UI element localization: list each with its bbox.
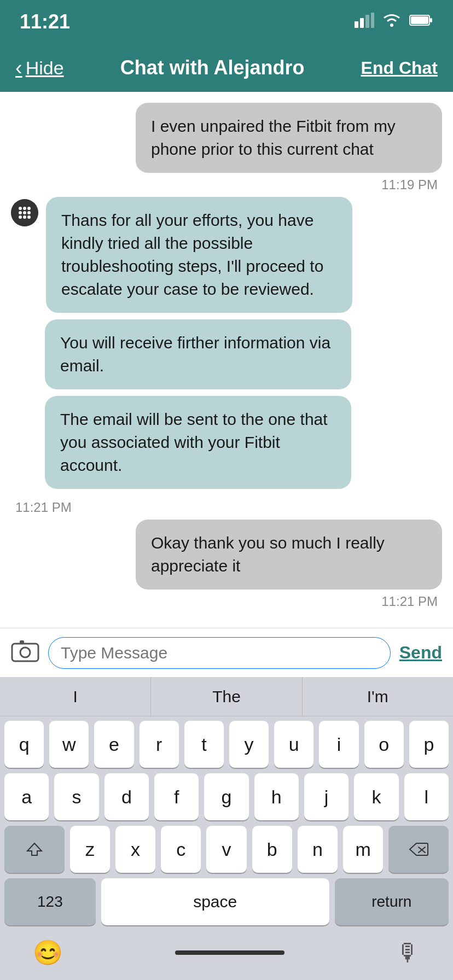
- agent-row-3: The email will be sent to the one that y…: [11, 396, 351, 489]
- agent-bubble-3: The email will be sent to the one that y…: [45, 396, 351, 489]
- user-message-1: I even unpaired the Fitbit from my phone…: [11, 103, 442, 192]
- number-key[interactable]: 123: [4, 878, 96, 925]
- key-e[interactable]: e: [94, 721, 133, 768]
- nav-title: Chat with Alejandro: [64, 56, 361, 79]
- svg-point-14: [27, 211, 31, 214]
- svg-rect-2: [365, 15, 369, 28]
- shift-key[interactable]: [4, 826, 65, 873]
- key-row-2: a s d f g h j k l: [4, 773, 449, 820]
- wifi-icon: [382, 13, 402, 32]
- key-c[interactable]: c: [161, 826, 201, 873]
- predictive-bar: I The I'm: [0, 677, 453, 716]
- key-j[interactable]: j: [304, 773, 349, 820]
- key-l[interactable]: l: [404, 773, 449, 820]
- signal-icon: [355, 13, 374, 32]
- key-d[interactable]: d: [104, 773, 149, 820]
- svg-point-9: [19, 207, 22, 210]
- space-key[interactable]: space: [101, 878, 329, 925]
- home-indicator: [175, 950, 284, 955]
- predictive-item-2[interactable]: The: [151, 677, 302, 716]
- user-bubble-2: Okay thank you so much I really apprecia…: [136, 520, 442, 590]
- agent-message-group: Thans for all your efforts, you have kin…: [11, 197, 442, 515]
- key-row-1: q w e r t y u i o p: [4, 721, 449, 768]
- agent-row-1: Thans for all your efforts, you have kin…: [11, 197, 352, 313]
- key-z[interactable]: z: [70, 826, 110, 873]
- status-bar: 11:21: [0, 0, 453, 44]
- status-icons: [355, 13, 433, 32]
- back-label: Hide: [26, 57, 64, 79]
- key-r[interactable]: r: [140, 721, 179, 768]
- key-s[interactable]: s: [54, 773, 98, 820]
- svg-rect-1: [360, 18, 364, 28]
- user-time-2: 11:21 PM: [381, 594, 438, 609]
- key-p[interactable]: p: [409, 721, 449, 768]
- key-t[interactable]: t: [184, 721, 224, 768]
- key-a[interactable]: a: [4, 773, 49, 820]
- svg-point-10: [23, 207, 26, 210]
- svg-rect-3: [371, 13, 374, 28]
- svg-rect-0: [355, 21, 358, 28]
- user-bubble-1: I even unpaired the Fitbit from my phone…: [136, 103, 442, 173]
- predictive-item-1[interactable]: I: [0, 677, 151, 716]
- agent-bubble-1: Thans for all your efforts, you have kin…: [46, 197, 352, 313]
- key-row-3: z x c v b n m: [4, 826, 449, 873]
- key-k[interactable]: k: [354, 773, 398, 820]
- svg-point-11: [27, 207, 31, 210]
- key-y[interactable]: y: [229, 721, 269, 768]
- key-i[interactable]: i: [319, 721, 358, 768]
- key-m[interactable]: m: [343, 826, 383, 873]
- svg-point-13: [23, 211, 26, 214]
- agent-row-2: You will receive firther information via…: [11, 319, 351, 389]
- svg-rect-18: [12, 644, 38, 661]
- key-row-4: 123 space return: [4, 878, 449, 925]
- keyboard: I The I'm q w e r t y u i o p a s d f g …: [0, 677, 453, 980]
- key-b[interactable]: b: [252, 826, 292, 873]
- key-v[interactable]: v: [206, 826, 246, 873]
- back-arrow-icon: ‹: [15, 56, 22, 80]
- camera-icon[interactable]: [11, 638, 39, 667]
- microphone-icon[interactable]: 🎙: [396, 939, 420, 966]
- back-button[interactable]: ‹ Hide: [15, 56, 64, 80]
- svg-point-4: [390, 24, 393, 27]
- nav-bar: ‹ Hide Chat with Alejandro End Chat: [0, 44, 453, 92]
- key-g[interactable]: g: [204, 773, 248, 820]
- delete-key[interactable]: [388, 826, 449, 873]
- battery-icon: [409, 13, 433, 31]
- key-o[interactable]: o: [364, 721, 404, 768]
- agent-bubble-2: You will receive firther information via…: [45, 319, 351, 389]
- status-time: 11:21: [20, 10, 70, 33]
- svg-point-12: [19, 211, 22, 214]
- emoji-icon[interactable]: 😊: [33, 938, 63, 967]
- key-w[interactable]: w: [49, 721, 89, 768]
- key-x[interactable]: x: [115, 826, 155, 873]
- key-u[interactable]: u: [274, 721, 313, 768]
- user-time-1: 11:19 PM: [381, 177, 438, 192]
- svg-rect-7: [411, 16, 428, 24]
- input-bar: Send: [0, 628, 453, 677]
- key-rows: q w e r t y u i o p a s d f g h j k l: [0, 716, 453, 925]
- key-h[interactable]: h: [254, 773, 299, 820]
- avatar: [11, 199, 38, 226]
- end-chat-button[interactable]: End Chat: [361, 58, 438, 78]
- send-button[interactable]: Send: [399, 643, 442, 663]
- user-message-2: Okay thank you so much I really apprecia…: [11, 520, 442, 609]
- key-q[interactable]: q: [4, 721, 44, 768]
- svg-rect-20: [20, 640, 24, 644]
- svg-point-17: [27, 215, 31, 219]
- svg-point-16: [23, 215, 26, 219]
- return-key[interactable]: return: [335, 878, 449, 925]
- svg-point-15: [19, 215, 22, 219]
- svg-rect-6: [430, 18, 432, 22]
- svg-point-19: [20, 648, 30, 657]
- message-input[interactable]: [48, 637, 391, 669]
- bottom-bar: 😊 🎙: [0, 925, 453, 980]
- key-f[interactable]: f: [154, 773, 199, 820]
- predictive-item-3[interactable]: I'm: [303, 677, 453, 716]
- agent-time: 11:21 PM: [15, 500, 72, 515]
- chat-area: I even unpaired the Fitbit from my phone…: [0, 92, 453, 628]
- key-n[interactable]: n: [298, 826, 338, 873]
